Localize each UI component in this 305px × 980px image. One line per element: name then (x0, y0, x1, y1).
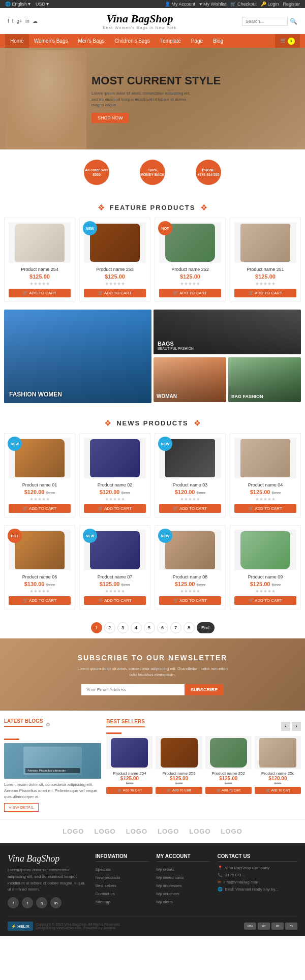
logo-3: LOGO (126, 828, 147, 835)
footer-vouchers-link[interactable]: My vouchers (157, 892, 179, 896)
facebook-icon[interactable]: f (8, 18, 9, 24)
nav-template[interactable]: Template (155, 34, 186, 48)
page-1[interactable]: 1 (91, 622, 102, 633)
page-6[interactable]: 6 (157, 622, 168, 633)
blog-sellers-section: LATEST BLOGS ⚙ Aenean Phasellus plenscam… (0, 711, 305, 819)
hero-content: MOST CURRENT STYLE Lorem ipsum dolor sit… (0, 64, 236, 133)
news-add-cart-4[interactable]: 🛒 Add To Cart (234, 504, 296, 513)
news-product-6: HOT Product name 06 $130.00 $xxx ★★★★★ 🛒… (4, 525, 75, 609)
news-image-4 (234, 438, 296, 478)
cat-banner-bags[interactable]: BAGS BEAUTIFUL FASHION (154, 310, 301, 354)
blogs-settings-icon[interactable]: ⚙ (46, 722, 50, 727)
news-add-cart-2[interactable]: 🛒 Add To Cart (84, 504, 146, 513)
bestsellers-prev[interactable]: ‹ (281, 722, 290, 731)
add-to-cart-1[interactable]: 🛒 Add To Cart (9, 289, 71, 297)
news-add-cart-9[interactable]: 🛒 Add To Cart (234, 596, 296, 605)
page-8[interactable]: 8 (184, 622, 195, 633)
news-price-8: $125.00 $xxx (159, 581, 221, 587)
footer-sitemap-link[interactable]: Sitemap (96, 900, 110, 904)
main-nav: Home Women's Bags Men's Bags Children's … (0, 34, 305, 48)
linkedin-icon[interactable]: in (25, 18, 29, 24)
page-2[interactable]: 2 (104, 622, 115, 633)
cat-label-fashion: FASHION WOMEN (9, 391, 62, 398)
news-stars-4: ★★★★★ (234, 497, 296, 502)
cat-banner-woman[interactable]: WOMAN (154, 357, 226, 402)
language-selector[interactable]: 🌐 English▼ (5, 2, 32, 7)
nav-womens-bags[interactable]: Women's Bags (29, 34, 73, 48)
news-add-cart-8[interactable]: 🛒 Add To Cart (159, 596, 221, 605)
nav-blog[interactable]: Blog (208, 34, 228, 48)
login-link[interactable]: 🔑 Login (261, 2, 279, 7)
bestsellers-next[interactable]: › (292, 722, 301, 731)
bestsellers-grid: Product name 254 $125.00 $xxx 🛒 Add To C… (106, 736, 301, 794)
hero-title: MOST CURRENT STYLE (92, 74, 221, 87)
footer-best-sellers-link[interactable]: Best sellers (96, 883, 116, 888)
nav-mens-bags[interactable]: Men's Bags (73, 34, 109, 48)
register-link[interactable]: Register (283, 2, 300, 7)
page-7[interactable]: 7 (170, 622, 181, 633)
page-end[interactable]: End (197, 622, 215, 633)
hero-shop-button[interactable]: SHOP NOW (92, 113, 129, 123)
nav-cart[interactable]: 🛒 1 (275, 34, 300, 48)
footer-new-products-link[interactable]: New products (96, 875, 120, 880)
cat-banner-fashion-women[interactable]: FASHION WOMEN (4, 310, 151, 403)
search-input[interactable] (242, 17, 288, 26)
page-4[interactable]: 4 (131, 622, 142, 633)
header-logo: Vina BagShop Best Women's Bags in New Yo… (38, 12, 242, 30)
my-account-link[interactable]: 👤 My Account (165, 2, 195, 7)
footer-phone-text: 3125 CO... (225, 873, 245, 877)
top-bar: 🌐 English▼ USD▼ 👤 My Account ♥ My Wishli… (0, 0, 305, 8)
news-product-9: Product name 09 $125.00 $xxx ★★★★★ 🛒 Add… (230, 525, 301, 609)
add-to-cart-3[interactable]: 🛒 Add To Cart (159, 289, 221, 297)
footer-specials-link[interactable]: Specials (96, 867, 111, 872)
news-add-cart-1[interactable]: 🛒 Add To Cart (9, 504, 71, 513)
news-add-cart-3[interactable]: 🛒 Add To Cart (159, 504, 221, 513)
footer-account-col: MY ACCOUNT My orders My saved carts My a… (157, 853, 210, 908)
product-badge-hot-3: HOT (158, 221, 172, 235)
newsletter-subscribe-button[interactable]: SUBSCRIBE (185, 684, 224, 695)
footer-alerts-link[interactable]: My alerts (157, 900, 173, 904)
footer-contact-us-link[interactable]: Contact us (96, 892, 115, 896)
cart-badge: 1 (288, 38, 295, 45)
footer-addresses-link[interactable]: My addresses (157, 883, 182, 888)
news-name-9: Product name 09 (234, 574, 296, 579)
news-add-cart-7[interactable]: 🛒 Add To Cart (84, 596, 146, 605)
checkout-link[interactable]: 🛒 Checkout (230, 2, 257, 7)
view-detail-button[interactable]: View Detail (4, 803, 39, 812)
nav-page[interactable]: Page (186, 34, 208, 48)
footer-facebook-icon[interactable]: f (8, 897, 19, 908)
bestseller-add-cart-3[interactable]: 🛒 Add To Cart (205, 787, 252, 794)
news-price-9: $125.00 $xxx (234, 581, 296, 587)
footer-twitter-icon[interactable]: t (22, 897, 33, 908)
currency-selector[interactable]: USD▼ (36, 2, 50, 7)
add-to-cart-4[interactable]: 🛒 Add To Cart (234, 289, 296, 297)
googleplus-icon[interactable]: g+ (17, 18, 22, 24)
nav-home[interactable]: Home (5, 34, 29, 48)
news-name-2: Product name 02 (84, 482, 146, 487)
page-3[interactable]: 3 (117, 622, 129, 633)
search-button[interactable]: 🔍 (290, 18, 297, 25)
latest-blogs: LATEST BLOGS ⚙ Aenean Phasellus plenscam… (4, 718, 101, 812)
amex-icon: AX (285, 923, 297, 930)
wishlist-link[interactable]: ♥ My Wishlist (199, 2, 226, 7)
footer-saved-carts-link[interactable]: My saved carts (157, 875, 184, 880)
footer-linkedin-icon[interactable]: in (50, 897, 62, 908)
footer-google-icon[interactable]: g (36, 897, 47, 908)
nav-childrens-bags[interactable]: Children's Bags (109, 34, 155, 48)
page-5[interactable]: 5 (144, 622, 155, 633)
best-sellers: BEST SELLERS ‹ › Product name 254 $125.0… (106, 718, 301, 812)
cat-banner-bagfashion[interactable]: BAG FASHION (228, 357, 301, 402)
add-to-cart-2[interactable]: 🛒 Add To Cart (84, 289, 146, 297)
bestseller-add-cart-2[interactable]: 🛒 Add To Cart (156, 787, 202, 794)
rss-icon[interactable]: ☁ (33, 18, 38, 24)
title-dot-right: ❖ (200, 203, 207, 212)
news-add-cart-6[interactable]: 🛒 Add To Cart (9, 596, 71, 605)
bestseller-add-cart-1[interactable]: 🛒 Add To Cart (106, 787, 152, 794)
footer-orders-link[interactable]: My orders (157, 867, 175, 872)
news-name-7: Product name 07 (84, 574, 146, 579)
footer-phone: 📞 3125 CO... (218, 873, 298, 877)
newsletter-email-input[interactable] (81, 684, 185, 695)
bestseller-add-cart-4[interactable]: 🛒 Add To Cart (255, 787, 301, 794)
news-price-4: $125.00 $xxx (234, 489, 296, 495)
twitter-icon[interactable]: t (12, 18, 14, 24)
